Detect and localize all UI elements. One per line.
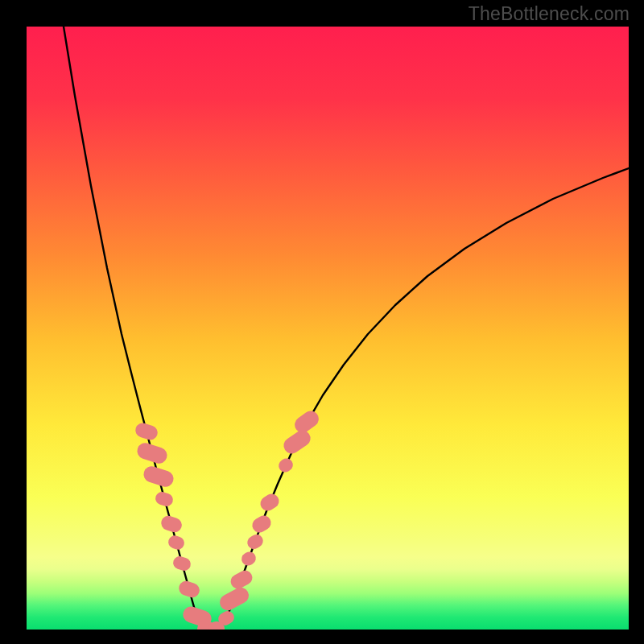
bead-layer [27, 27, 629, 630]
plot-area [27, 27, 629, 630]
bead-marker [154, 490, 175, 508]
bead-marker [217, 584, 252, 613]
bead-marker [245, 532, 265, 551]
bead-marker [276, 456, 295, 474]
bead-marker [135, 441, 169, 466]
bead-marker [142, 464, 175, 489]
bead-marker [159, 514, 184, 534]
bead-marker [171, 555, 192, 572]
bead-marker [177, 579, 201, 599]
watermark-text: TheBottleneck.com [469, 3, 630, 25]
bead-marker [167, 534, 186, 551]
bead-marker [280, 427, 313, 457]
chart-frame: TheBottleneck.com [0, 0, 644, 644]
bead-marker [228, 568, 254, 591]
bead-marker [239, 550, 258, 568]
bead-marker [250, 513, 274, 535]
bead-marker [134, 421, 159, 442]
bead-marker [258, 491, 282, 514]
